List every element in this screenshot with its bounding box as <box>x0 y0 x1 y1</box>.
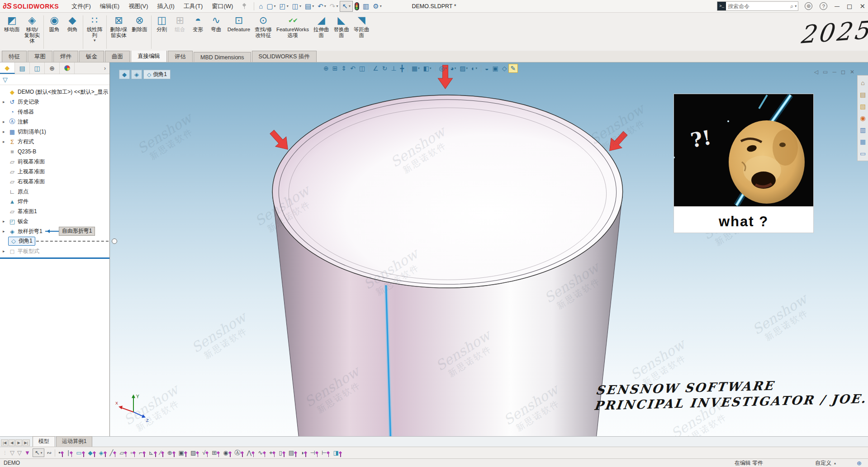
tree-item-钣金[interactable]: ▸◰钣金 <box>0 216 109 226</box>
home-icon[interactable]: ⌂ <box>257 1 265 11</box>
dropdown-caret-icon[interactable]: ▾ <box>312 4 314 8</box>
reference-plane-icon[interactable]: ▱ <box>118 449 129 457</box>
section-hatch-icon[interactable]: ▨ <box>189 449 201 457</box>
pushpin-icon[interactable] <box>282 452 286 457</box>
new-document-icon[interactable]: ▢▾ <box>265 1 277 11</box>
dropdown-caret-icon[interactable]: ▾ <box>274 4 276 8</box>
pushpin-icon[interactable] <box>133 452 136 457</box>
close-doc-icon[interactable]: ✕ <box>850 69 854 75</box>
tree-item-平板型式[interactable]: ▸◻平板型式 <box>0 246 109 256</box>
zoom-area-icon[interactable]: ⊞ <box>331 64 340 72</box>
featuremanager-tab[interactable]: ◆ <box>0 62 15 74</box>
select-arrow-icon[interactable]: ↖▾ <box>33 448 44 457</box>
tab-焊件[interactable]: 焊件 <box>53 51 78 62</box>
sketch-segment-icon[interactable]: ∣ <box>66 449 75 457</box>
pushpin-icon[interactable] <box>93 452 96 457</box>
traffic-light-icon[interactable] <box>353 1 361 11</box>
tree-item-切割清单-1-[interactable]: ▸▦切割清单(1) <box>0 127 109 137</box>
expand-arrow-icon[interactable]: ▸ <box>3 129 8 134</box>
minimize-doc-icon[interactable]: ─ <box>832 69 836 75</box>
pin-toolbar-icon[interactable] <box>242 3 247 10</box>
pushpin-icon[interactable] <box>263 452 266 457</box>
pushpin-icon[interactable] <box>339 452 342 457</box>
lasso-select-icon[interactable]: ∾ <box>45 449 53 457</box>
pushpin-icon[interactable] <box>161 452 165 457</box>
dropdown-caret-icon[interactable]: ▾ <box>445 67 447 70</box>
expand-arrow-icon[interactable]: ▸ <box>3 100 8 104</box>
filter-edges-icon[interactable]: ▽ <box>16 449 23 457</box>
pushpin-icon[interactable] <box>327 452 330 457</box>
doc-tab-模型[interactable]: 模型 <box>33 436 55 447</box>
pushpin-icon[interactable] <box>241 452 244 457</box>
dropdown-caret-icon[interactable]: ▾ <box>287 4 289 8</box>
dropdown-caret-icon[interactable]: ▾ <box>324 4 326 8</box>
tab-scroll-button-1[interactable]: ◀ <box>9 439 15 446</box>
expand-arrow-icon[interactable]: ▸ <box>3 139 8 144</box>
zoom-in-out-icon[interactable]: ⇕ <box>339 64 348 72</box>
rotate-view-icon[interactable]: ↻ <box>380 64 389 72</box>
tab-曲面[interactable]: 曲面 <box>105 51 130 62</box>
rollback-bar[interactable] <box>0 257 109 259</box>
pushpin-icon[interactable] <box>217 452 220 457</box>
tree-item-DEMO-默认-按加工-默认-显示[interactable]: ◆DEMO (默认<按加工>) <<默认>_显示 <box>0 87 109 97</box>
flyout-part-icon[interactable]: ◆ <box>119 70 130 79</box>
menubar-item[interactable]: 编辑(E) <box>95 1 124 12</box>
filter-faces-icon[interactable]: ▼ <box>23 449 32 457</box>
ribbon-button-defeature[interactable]: ⊡Defeature <box>225 14 253 33</box>
selection-drag-knob[interactable] <box>112 238 117 244</box>
save-icon[interactable]: ◫▾ <box>290 1 303 11</box>
expand-arrow-icon[interactable]: ▸ <box>3 229 8 234</box>
half-section-icon[interactable]: ◑ <box>299 449 309 457</box>
edit-sketch-icon[interactable]: ✎ <box>509 64 518 72</box>
surface-finish-icon[interactable]: ⋀ <box>246 449 257 457</box>
restore-doc-icon[interactable]: ◻ <box>841 69 845 75</box>
ribbon-button-等距曲面[interactable]: ◥等距曲 面 <box>351 14 372 38</box>
task-design-library-icon[interactable]: ▤ <box>858 89 868 100</box>
datum-icon[interactable]: ▤ <box>287 449 299 457</box>
break-line-right-icon[interactable]: ⊢ <box>320 449 332 457</box>
sketch-point-icon[interactable]: • <box>57 449 66 457</box>
sketch-line-icon[interactable]: ╱ <box>109 449 119 457</box>
tree-item-前视基准面[interactable]: ▱前视基准面 <box>0 157 109 167</box>
ribbon-button-删除-保留实体[interactable]: ⊠删除/保 留实体 <box>108 14 130 38</box>
menubar-item[interactable]: 工具(T) <box>179 1 208 12</box>
selected-feature-box[interactable]: ◇倒角1 <box>8 237 35 246</box>
minimize-icon[interactable]: ─ <box>835 2 840 10</box>
view-orientation-icon[interactable]: ▦▾ <box>410 64 422 72</box>
expand-arrow-icon[interactable]: ▸ <box>3 119 8 124</box>
pushpin-icon[interactable] <box>70 452 73 457</box>
menubar-item[interactable]: 窗口(W) <box>207 1 237 12</box>
status-globe-icon[interactable]: ⊕ <box>857 460 862 467</box>
pushpin-icon[interactable] <box>294 452 298 457</box>
task-appearances-icon[interactable]: ◉ <box>858 112 868 124</box>
break-line-left-icon[interactable]: ⊣ <box>309 449 320 457</box>
pin-marker-icon[interactable]: ▯ <box>277 449 287 457</box>
tree-item-右视基准面[interactable]: ▱右视基准面 <box>0 176 109 186</box>
filter-vertices-icon[interactable]: ▽ <box>9 449 16 457</box>
pushpin-icon[interactable] <box>104 452 107 457</box>
selected-feature-chip[interactable]: ◇ 倒角1 <box>143 70 171 79</box>
tree-item-上视基准面[interactable]: ▱上视基准面 <box>0 167 109 176</box>
pushpin-icon[interactable] <box>142 452 146 457</box>
ribbon-button-弯曲[interactable]: ∿弯曲 <box>207 14 225 33</box>
toolbar-drag-handle[interactable]: ⋮ <box>3 450 7 455</box>
tab-特征[interactable]: 特征 <box>2 51 27 62</box>
print-icon[interactable]: ▤▾ <box>303 1 316 11</box>
ribbon-button-圆角[interactable]: ◉圆角 <box>45 14 63 33</box>
pushpin-icon[interactable] <box>113 452 117 457</box>
tree-item-焊件[interactable]: ▲焊件 <box>0 196 109 206</box>
hide-show-items-icon[interactable]: ◎▾ <box>437 64 449 72</box>
menubar-item[interactable]: 插入(I) <box>153 1 179 12</box>
zoom-fit-icon[interactable]: ⊕ <box>322 64 331 72</box>
tab-评估[interactable]: 评估 <box>168 51 193 62</box>
pushpin-icon[interactable] <box>154 452 157 457</box>
close-icon[interactable]: ✕ <box>859 2 865 10</box>
pushpin-icon[interactable] <box>304 452 308 457</box>
dropdown-caret-icon[interactable]: ▾ <box>41 451 43 455</box>
ribbon-button-查找-修改特征[interactable]: ⊙查找/修 改特征 <box>252 14 274 38</box>
dropdown-caret-icon[interactable]: ▾ <box>455 67 456 70</box>
task-custom-properties-icon[interactable]: ▥ <box>858 124 868 136</box>
menubar-item[interactable]: 文件(F) <box>67 1 95 12</box>
pushpin-icon[interactable] <box>82 452 85 457</box>
corner-trim-icon[interactable]: ⌐ <box>138 449 147 457</box>
